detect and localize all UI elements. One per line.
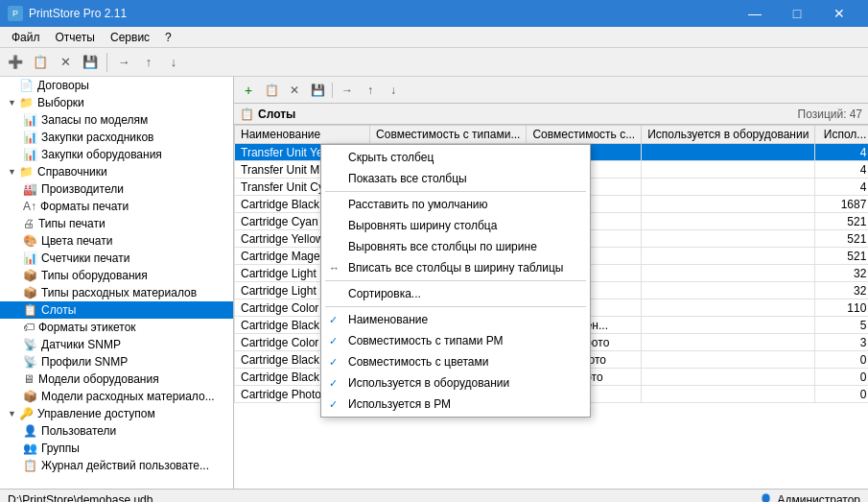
menu-service[interactable]: Сервис — [103, 29, 157, 46]
context-menu-item-label: Используется в РМ — [348, 397, 451, 411]
expand-icon-spravochniki: ▼ — [8, 167, 19, 177]
content-save-btn[interactable]: 💾 — [307, 80, 328, 101]
sidebar-item-tipy-oborudovaniya[interactable]: 📦 Типы оборудования — [0, 267, 233, 284]
icon-proizvoditeli: 🏭 — [23, 182, 37, 196]
toolbar-save[interactable]: 💾 — [79, 51, 102, 74]
sidebar-item-datchiki-snmp[interactable]: 📡 Датчики SNMP — [0, 336, 233, 353]
minimize-button[interactable]: — — [734, 0, 776, 27]
toolbar-copy[interactable]: 📋 — [29, 51, 52, 74]
table-cell — [642, 369, 815, 386]
context-menu-checked-item[interactable]: ✓Используется в оборудовании — [321, 372, 590, 394]
admin-icon: 👤 — [759, 493, 773, 503]
sidebar-item-vyborki[interactable]: ▼ 📁 Выборки — [0, 94, 233, 111]
context-menu-checked-item[interactable]: ✓Используется в РМ — [321, 394, 590, 415]
table-cell: 1687 — [815, 196, 868, 213]
sidebar-label-tipy-pechati: Типы печати — [38, 217, 106, 230]
sidebar: 📄 Договоры ▼ 📁 Выборки 📊 Запасы по модел… — [0, 77, 234, 489]
icon-modeli-ob: 🖥 — [23, 372, 35, 386]
sidebar-item-modeli-ras[interactable]: 📦 Модели расходных материало... — [0, 388, 233, 405]
sidebar-item-tipy-rashodnikov[interactable]: 📦 Типы расходных материалов — [0, 284, 233, 301]
table-cell — [642, 334, 815, 351]
content-down-btn[interactable]: ↓ — [383, 80, 404, 101]
icon-tipy-ras: 📦 — [23, 286, 37, 299]
sidebar-item-tipy-pechati[interactable]: 🖨 Типы печати — [0, 215, 233, 232]
sidebar-item-schetchiki[interactable]: 📊 Счетчики печати — [0, 250, 233, 267]
context-menu-item[interactable]: Показать все столбцы — [321, 168, 590, 189]
sidebar-item-modeli-ob[interactable]: 🖥 Модели оборудования — [0, 371, 233, 388]
context-menu-item[interactable]: Сортировка... — [321, 283, 590, 304]
sidebar-item-zakupki-o[interactable]: 📊 Закупки оборудования — [0, 146, 233, 163]
context-menu-item[interactable]: Выровнять все столбцы по ширине — [321, 236, 590, 257]
close-button[interactable]: ✕ — [818, 0, 860, 27]
sidebar-item-cveta-pechati[interactable]: 🎨 Цвета печати — [0, 232, 233, 250]
context-menu-checked-item[interactable]: ✓Совместимость с типами РМ — [321, 330, 590, 351]
sidebar-item-spravochniki[interactable]: ▼ 📁 Справочники — [0, 163, 233, 180]
col-header-used-pm[interactable]: Испол... — [815, 126, 868, 144]
sidebar-item-profili-snmp[interactable]: 📡 Профили SNMP — [0, 353, 233, 371]
menu-file[interactable]: Файл — [4, 29, 48, 46]
list-icon-zakupki-o: 📊 — [23, 148, 37, 161]
toolbar-add[interactable]: ➕ — [4, 51, 27, 74]
check-icon: ✓ — [329, 335, 338, 347]
context-menu-item-label: Наименование — [348, 313, 428, 326]
col-header-compat-types[interactable]: Совместимость с типами... — [370, 126, 527, 144]
menu-help[interactable]: ? — [157, 29, 179, 46]
sidebar-item-dostup[interactable]: ▼ 🔑 Управление доступом — [0, 405, 233, 422]
sidebar-label-sloty: Слоты — [41, 303, 76, 317]
table-container[interactable]: Наименование Совместимость с типами... С… — [234, 125, 868, 489]
sidebar-item-zhurnal[interactable]: 📋 Журнал действий пользовате... — [0, 457, 233, 474]
table-cell — [642, 179, 815, 196]
context-menu-item-label: Скрыть столбец — [348, 151, 434, 164]
key-icon: 🔑 — [19, 407, 34, 420]
context-menu-item[interactable]: ↔Вписать все столбцы в ширину таблицы — [321, 257, 590, 278]
col-header-compat[interactable]: Совместимость с... — [527, 126, 642, 144]
grid-title-label: Слоты — [258, 108, 295, 121]
sidebar-item-gruppy[interactable]: 👥 Группы — [0, 440, 233, 457]
context-menu-checked-item[interactable]: ✓Наименование — [321, 309, 590, 330]
context-menu-item[interactable]: Расставить по умолчанию — [321, 194, 590, 215]
window-controls[interactable]: — □ ✕ — [734, 0, 860, 27]
sidebar-item-zakupki-r[interactable]: 📊 Закупки расходников — [0, 129, 233, 146]
context-menu-checked-item[interactable]: ✓Совместимость с цветами — [321, 351, 590, 372]
toolbar-delete[interactable]: ✕ — [54, 51, 77, 74]
table-cell — [642, 317, 815, 334]
content-forward-btn[interactable]: → — [337, 80, 358, 101]
content-add-btn[interactable]: + — [238, 80, 259, 101]
toolbar-up[interactable]: ↑ — [137, 51, 160, 74]
sidebar-item-polzovateli[interactable]: 👤 Пользователи — [0, 422, 233, 440]
content-delete-btn[interactable]: ✕ — [284, 80, 305, 101]
position-count: 47 — [850, 108, 862, 121]
col-header-used-in[interactable]: Используется в оборудовании — [642, 126, 815, 144]
main-container: 📄 Договоры ▼ 📁 Выборки 📊 Запасы по модел… — [0, 77, 868, 489]
folder-icon: 📄 — [19, 79, 34, 92]
check-icon: ✓ — [329, 377, 338, 390]
table-cell: 32 — [815, 282, 868, 299]
sidebar-item-formaty-etiketok[interactable]: 🏷 Форматы этикеток — [0, 319, 233, 336]
sidebar-label-proizvoditeli: Производители — [41, 182, 124, 196]
sidebar-label-zakupki-r: Закупки расходников — [41, 131, 153, 144]
table-header-row: Наименование Совместимость с типами... С… — [235, 126, 869, 144]
sidebar-item-sloty[interactable]: 📋 Слоты — [0, 301, 233, 319]
sidebar-item-proizvoditeli[interactable]: 🏭 Производители — [0, 180, 233, 198]
table-cell — [642, 386, 815, 403]
menu-reports[interactable]: Отчеты — [48, 29, 103, 46]
sidebar-item-formaty-pechati[interactable]: A↑ Форматы печати — [0, 198, 233, 215]
status-right: 👤 Администратор — [759, 493, 860, 503]
sidebar-label-spravochniki: Справочники — [37, 165, 107, 179]
toolbar-down[interactable]: ↓ — [162, 51, 185, 74]
sidebar-item-dogovory[interactable]: 📄 Договоры — [0, 77, 233, 94]
title-bar-left: P PrintStore Pro 2.11 — [8, 6, 127, 21]
status-path: D:\PrintStore\demobase.udb — [8, 493, 152, 503]
toolbar-forward[interactable]: → — [112, 51, 135, 74]
sidebar-label-zakupki-o: Закупки оборудования — [41, 148, 162, 161]
content-up-btn[interactable]: ↑ — [360, 80, 381, 101]
sidebar-item-zapasy[interactable]: 📊 Запасы по моделям — [0, 111, 233, 129]
col-header-name[interactable]: Наименование — [235, 126, 370, 144]
context-menu-item[interactable]: Скрыть столбец — [321, 147, 590, 168]
table-cell — [642, 196, 815, 213]
context-menu-item-label: Совместимость с цветами — [348, 355, 488, 369]
sidebar-scroll[interactable]: 📄 Договоры ▼ 📁 Выборки 📊 Запасы по модел… — [0, 77, 233, 489]
context-menu-item[interactable]: Выровнять ширину столбца — [321, 215, 590, 236]
maximize-button[interactable]: □ — [776, 0, 818, 27]
content-copy-btn[interactable]: 📋 — [261, 80, 282, 101]
